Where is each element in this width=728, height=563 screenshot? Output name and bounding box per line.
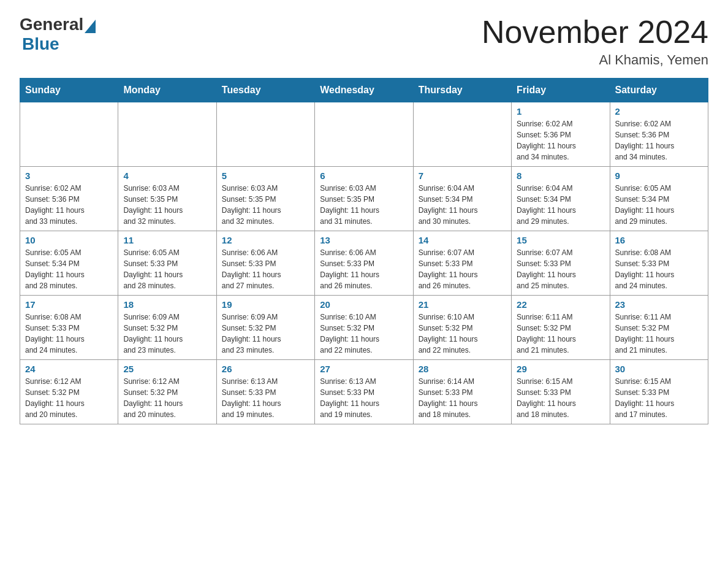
day-number: 15 [517,235,604,245]
title-section: November 2024 Al Khamis, Yemen [482,15,708,68]
calendar-week-row: 24Sunrise: 6:12 AMSunset: 5:32 PMDayligh… [20,360,708,424]
day-number: 1 [517,106,604,117]
day-number: 12 [222,235,309,245]
calendar-day-cell: 2Sunrise: 6:02 AMSunset: 5:36 PMDaylight… [610,102,708,167]
logo: General Blue [20,15,96,54]
calendar-day-cell: 28Sunrise: 6:14 AMSunset: 5:33 PMDayligh… [413,360,511,424]
calendar-empty-cell [315,102,413,167]
day-sun-info: Sunrise: 6:11 AMSunset: 5:32 PMDaylight:… [517,312,604,356]
day-number: 20 [320,299,408,310]
weekday-header-friday: Friday [512,79,610,102]
calendar-day-cell: 9Sunrise: 6:05 AMSunset: 5:34 PMDaylight… [610,167,708,231]
calendar-day-cell: 20Sunrise: 6:10 AMSunset: 5:32 PMDayligh… [315,296,413,360]
day-number: 21 [419,299,506,310]
day-number: 10 [25,235,113,245]
day-sun-info: Sunrise: 6:05 AMSunset: 5:34 PMDaylight:… [25,247,113,291]
calendar-day-cell: 10Sunrise: 6:05 AMSunset: 5:34 PMDayligh… [20,231,118,296]
calendar-day-cell: 25Sunrise: 6:12 AMSunset: 5:32 PMDayligh… [118,360,216,424]
calendar-day-cell: 6Sunrise: 6:03 AMSunset: 5:35 PMDaylight… [315,167,413,231]
day-sun-info: Sunrise: 6:03 AMSunset: 5:35 PMDaylight:… [320,183,408,227]
day-number: 28 [419,364,506,374]
day-sun-info: Sunrise: 6:07 AMSunset: 5:33 PMDaylight:… [419,247,506,291]
calendar-empty-cell [216,102,314,167]
day-number: 22 [517,299,604,310]
weekday-header-sunday: Sunday [20,79,118,102]
calendar-day-cell: 15Sunrise: 6:07 AMSunset: 5:33 PMDayligh… [512,231,610,296]
calendar-day-cell: 24Sunrise: 6:12 AMSunset: 5:32 PMDayligh… [20,360,118,424]
day-number: 27 [320,364,408,374]
weekday-header-wednesday: Wednesday [315,79,413,102]
svg-marker-0 [85,20,96,33]
day-number: 30 [615,364,703,374]
day-sun-info: Sunrise: 6:02 AMSunset: 5:36 PMDaylight:… [517,118,604,163]
weekday-header-monday: Monday [118,79,216,102]
weekday-header-saturday: Saturday [610,79,708,102]
location-title: Al Khamis, Yemen [482,52,708,68]
day-number: 23 [615,299,703,310]
day-sun-info: Sunrise: 6:09 AMSunset: 5:32 PMDaylight:… [123,312,211,356]
calendar-day-cell: 12Sunrise: 6:06 AMSunset: 5:33 PMDayligh… [216,231,314,296]
day-sun-info: Sunrise: 6:05 AMSunset: 5:34 PMDaylight:… [615,183,703,227]
day-number: 17 [25,299,113,310]
calendar-day-cell: 16Sunrise: 6:08 AMSunset: 5:33 PMDayligh… [610,231,708,296]
day-sun-info: Sunrise: 6:04 AMSunset: 5:34 PMDaylight:… [419,183,506,227]
day-sun-info: Sunrise: 6:09 AMSunset: 5:32 PMDaylight:… [222,312,309,356]
calendar-week-row: 17Sunrise: 6:08 AMSunset: 5:33 PMDayligh… [20,296,708,360]
day-sun-info: Sunrise: 6:02 AMSunset: 5:36 PMDaylight:… [25,183,113,227]
calendar-day-cell: 7Sunrise: 6:04 AMSunset: 5:34 PMDaylight… [413,167,511,231]
weekday-header-tuesday: Tuesday [216,79,314,102]
calendar-empty-cell [118,102,216,167]
day-sun-info: Sunrise: 6:13 AMSunset: 5:33 PMDaylight:… [222,376,309,420]
calendar-day-cell: 13Sunrise: 6:06 AMSunset: 5:33 PMDayligh… [315,231,413,296]
calendar-table: SundayMondayTuesdayWednesdayThursdayFrid… [20,78,708,424]
calendar-empty-cell [20,102,118,167]
calendar-day-cell: 19Sunrise: 6:09 AMSunset: 5:32 PMDayligh… [216,296,314,360]
logo-blue-text: Blue [22,34,59,53]
day-sun-info: Sunrise: 6:12 AMSunset: 5:32 PMDaylight:… [123,376,211,420]
day-sun-info: Sunrise: 6:11 AMSunset: 5:32 PMDaylight:… [615,312,703,356]
day-number: 25 [123,364,211,374]
day-number: 2 [615,106,703,117]
day-sun-info: Sunrise: 6:04 AMSunset: 5:34 PMDaylight:… [517,183,604,227]
day-sun-info: Sunrise: 6:05 AMSunset: 5:33 PMDaylight:… [123,247,211,291]
day-number: 13 [320,235,408,245]
calendar-day-cell: 14Sunrise: 6:07 AMSunset: 5:33 PMDayligh… [413,231,511,296]
calendar-day-cell: 11Sunrise: 6:05 AMSunset: 5:33 PMDayligh… [118,231,216,296]
calendar-day-cell: 4Sunrise: 6:03 AMSunset: 5:35 PMDaylight… [118,167,216,231]
day-number: 24 [25,364,113,374]
day-sun-info: Sunrise: 6:15 AMSunset: 5:33 PMDaylight:… [517,376,604,420]
weekday-header-row: SundayMondayTuesdayWednesdayThursdayFrid… [20,79,708,102]
calendar-day-cell: 23Sunrise: 6:11 AMSunset: 5:32 PMDayligh… [610,296,708,360]
calendar-day-cell: 18Sunrise: 6:09 AMSunset: 5:32 PMDayligh… [118,296,216,360]
month-title: November 2024 [482,15,708,50]
day-sun-info: Sunrise: 6:13 AMSunset: 5:33 PMDaylight:… [320,376,408,420]
day-number: 8 [517,170,604,181]
day-number: 4 [123,170,211,181]
day-number: 29 [517,364,604,374]
day-sun-info: Sunrise: 6:03 AMSunset: 5:35 PMDaylight:… [123,183,211,227]
logo-general-text: General [20,15,83,34]
logo-triangle-icon [85,17,96,33]
day-number: 14 [419,235,506,245]
calendar-day-cell: 17Sunrise: 6:08 AMSunset: 5:33 PMDayligh… [20,296,118,360]
calendar-day-cell: 5Sunrise: 6:03 AMSunset: 5:35 PMDaylight… [216,167,314,231]
day-number: 6 [320,170,408,181]
calendar-day-cell: 29Sunrise: 6:15 AMSunset: 5:33 PMDayligh… [512,360,610,424]
day-number: 5 [222,170,309,181]
day-number: 19 [222,299,309,310]
page-header: General Blue November 2024 Al Khamis, Ye… [20,15,708,68]
calendar-day-cell: 27Sunrise: 6:13 AMSunset: 5:33 PMDayligh… [315,360,413,424]
day-sun-info: Sunrise: 6:06 AMSunset: 5:33 PMDaylight:… [222,247,309,291]
day-number: 18 [123,299,211,310]
day-sun-info: Sunrise: 6:10 AMSunset: 5:32 PMDaylight:… [320,312,408,356]
day-number: 11 [123,235,211,245]
calendar-day-cell: 22Sunrise: 6:11 AMSunset: 5:32 PMDayligh… [512,296,610,360]
day-sun-info: Sunrise: 6:06 AMSunset: 5:33 PMDaylight:… [320,247,408,291]
day-number: 7 [419,170,506,181]
day-sun-info: Sunrise: 6:12 AMSunset: 5:32 PMDaylight:… [25,376,113,420]
calendar-day-cell: 21Sunrise: 6:10 AMSunset: 5:32 PMDayligh… [413,296,511,360]
day-sun-info: Sunrise: 6:08 AMSunset: 5:33 PMDaylight:… [25,312,113,356]
day-number: 9 [615,170,703,181]
calendar-week-row: 10Sunrise: 6:05 AMSunset: 5:34 PMDayligh… [20,231,708,296]
calendar-day-cell: 26Sunrise: 6:13 AMSunset: 5:33 PMDayligh… [216,360,314,424]
